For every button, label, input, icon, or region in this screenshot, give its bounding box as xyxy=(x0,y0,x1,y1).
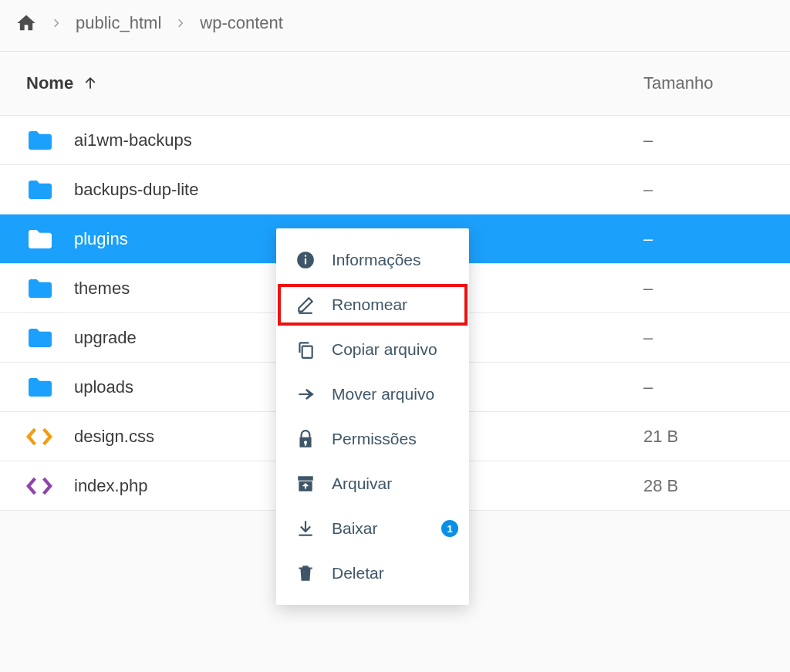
menu-item-label: Arquivar xyxy=(332,474,392,493)
sort-ascending-icon xyxy=(83,76,98,91)
file-name: ai1wm-backups xyxy=(74,130,643,150)
file-size: 21 B xyxy=(643,427,775,447)
menu-item-delete[interactable]: Deletar xyxy=(276,551,469,596)
menu-item-label: Permissões xyxy=(332,430,417,448)
file-size: – xyxy=(643,130,775,150)
file-size: – xyxy=(643,279,775,299)
context-menu: InformaçõesRenomearCopiar arquivoMover a… xyxy=(276,228,469,605)
svg-rect-3 xyxy=(305,255,306,257)
svg-rect-2 xyxy=(305,258,306,265)
file-size: – xyxy=(643,328,775,348)
menu-item-move[interactable]: Mover arquivo xyxy=(276,372,469,417)
column-header-size[interactable]: Tamanho xyxy=(643,73,775,93)
delete-icon xyxy=(295,563,316,583)
folder-icon xyxy=(26,277,54,300)
download-icon xyxy=(295,518,316,539)
code-file-icon xyxy=(26,476,52,496)
folder-icon xyxy=(26,129,54,152)
svg-rect-6 xyxy=(299,535,312,536)
menu-item-rename[interactable]: Renomear xyxy=(276,282,469,327)
file-size: 28 B xyxy=(643,476,775,496)
rename-icon xyxy=(295,295,316,315)
lock-icon xyxy=(295,429,316,449)
menu-item-label: Mover arquivo xyxy=(332,385,434,404)
file-size: – xyxy=(643,377,775,397)
menu-item-download[interactable]: Baixar1 xyxy=(276,506,469,551)
breadcrumb: public_html wp-content xyxy=(0,0,790,52)
menu-item-label: Deletar xyxy=(332,564,384,583)
menu-item-label: Copiar arquivo xyxy=(332,340,437,359)
column-header-name[interactable]: Nome xyxy=(26,73,643,93)
file-size: – xyxy=(643,180,775,200)
move-icon xyxy=(295,384,316,404)
folder-icon xyxy=(26,178,54,201)
archive-icon xyxy=(295,474,316,494)
breadcrumb-item[interactable]: wp-content xyxy=(200,13,283,33)
file-row[interactable]: ai1wm-backups– xyxy=(0,116,790,165)
file-size: – xyxy=(643,229,775,249)
svg-rect-5 xyxy=(302,346,312,358)
breadcrumb-item[interactable]: public_html xyxy=(76,13,161,33)
home-icon[interactable] xyxy=(15,12,37,34)
menu-item-label: Baixar xyxy=(332,519,378,538)
menu-item-archive[interactable]: Arquivar xyxy=(276,461,469,506)
menu-item-label: Renomear xyxy=(332,295,407,314)
folder-icon xyxy=(26,326,54,350)
menu-item-info[interactable]: Informações xyxy=(276,238,469,282)
chevron-right-icon xyxy=(175,18,186,29)
column-headers: Nome Tamanho xyxy=(0,52,790,115)
menu-item-copy[interactable]: Copiar arquivo xyxy=(276,327,469,372)
info-icon xyxy=(295,250,316,270)
file-row[interactable]: backups-dup-lite– xyxy=(0,165,790,214)
menu-item-label: Informações xyxy=(332,251,421,269)
folder-icon xyxy=(26,228,54,251)
copy-icon xyxy=(295,339,316,360)
column-name-label: Nome xyxy=(26,73,73,93)
chevron-right-icon xyxy=(51,18,62,29)
folder-icon xyxy=(26,376,54,399)
menu-item-lock[interactable]: Permissões xyxy=(276,417,469,461)
code-file-icon xyxy=(26,427,52,447)
file-name: backups-dup-lite xyxy=(74,180,643,200)
menu-badge: 1 xyxy=(441,520,458,537)
